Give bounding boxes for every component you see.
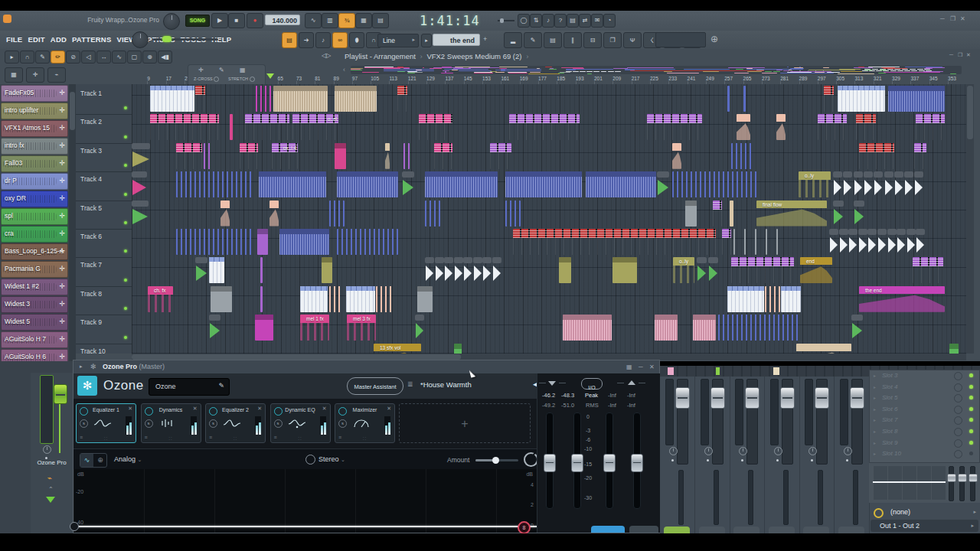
- slice-tool-icon[interactable]: ▦: [240, 67, 246, 73]
- clip[interactable]: [776, 114, 786, 140]
- topbar-swap-icon[interactable]: ⇄: [579, 14, 591, 28]
- menu-add[interactable]: ADD: [51, 35, 67, 44]
- sample-move-icon[interactable]: ✛: [59, 89, 65, 96]
- topbar-panel-icon[interactable]: ▤: [567, 14, 579, 28]
- clip[interactable]: [824, 86, 834, 112]
- clip[interactable]: [132, 171, 147, 197]
- eq-mode-dropdown[interactable]: Analog ⌄: [114, 455, 142, 463]
- sample-move-icon[interactable]: ✛: [59, 265, 65, 272]
- sample-move-icon[interactable]: ✛: [59, 247, 65, 255]
- clip[interactable]: [176, 143, 202, 169]
- sample-move-icon[interactable]: ✛: [59, 177, 65, 184]
- clip[interactable]: [300, 286, 328, 312]
- clip[interactable]: [240, 143, 258, 169]
- strip-fader-track[interactable]: [735, 379, 743, 445]
- sample-move-icon[interactable]: ✛: [59, 318, 65, 325]
- mixer-slot-row[interactable]: ▸Slot 4: [870, 382, 979, 393]
- clip[interactable]: [434, 143, 452, 169]
- clip[interactable]: [255, 315, 273, 341]
- clip[interactable]: [176, 229, 253, 255]
- sample-item[interactable]: Fall03✛: [1, 155, 68, 172]
- clip[interactable]: [417, 286, 433, 312]
- clip[interactable]: [765, 286, 780, 312]
- playlist-grid[interactable]: o..elox..l 4o..lyfinal flowo..lyendch. f…: [132, 84, 966, 354]
- stretch-toggle[interactable]: STRETCH: [228, 77, 255, 82]
- track-mute-led[interactable]: [124, 164, 127, 167]
- clip[interactable]: [329, 201, 345, 227]
- wave-view-icon[interactable]: ∿: [80, 454, 93, 467]
- plugin-wrapper-bar[interactable]: ▸ ✻ Ozone Pro (Master) ▦ ─ ✕: [74, 360, 659, 374]
- pltool-mute-tool-icon[interactable]: ◁: [81, 51, 96, 64]
- clip[interactable]: [397, 86, 407, 112]
- clip[interactable]: [335, 86, 377, 112]
- snap-selector[interactable]: Line ▸: [377, 34, 419, 47]
- clip[interactable]: [209, 257, 224, 283]
- secondary-knob[interactable]: [132, 31, 149, 48]
- clip[interactable]: [415, 315, 424, 341]
- clip-end[interactable]: end: [800, 257, 832, 283]
- strip-bottom-button[interactable]: [733, 527, 760, 533]
- song-mode-button[interactable]: SONG: [185, 15, 210, 27]
- module-solo-icon[interactable]: s: [80, 419, 88, 428]
- clip[interactable]: [337, 171, 398, 197]
- module-list-icon[interactable]: ≡: [274, 435, 277, 440]
- slot-knob[interactable]: [954, 394, 962, 403]
- clip[interactable]: [195, 86, 205, 112]
- clip[interactable]: [492, 257, 501, 283]
- clip[interactable]: [916, 229, 925, 255]
- clip-ox-l-4[interactable]: ox..l 4: [272, 143, 298, 169]
- clip[interactable]: [346, 286, 375, 312]
- transport-layout-icon[interactable]: ▤: [372, 13, 389, 28]
- mixer-slot-row[interactable]: ▸Slot 3: [870, 370, 979, 382]
- clip[interactable]: [856, 114, 876, 140]
- pltool-playback-tool-icon[interactable]: ◀▮: [158, 51, 172, 64]
- strip-fader-track[interactable]: [665, 379, 674, 445]
- menu-edit[interactable]: EDIT: [28, 35, 44, 44]
- eq-node-8[interactable]: 8: [518, 521, 531, 534]
- record-button[interactable]: ●: [247, 13, 263, 28]
- app-close-icon[interactable]: ✕: [960, 15, 965, 22]
- clip[interactable]: [718, 315, 799, 341]
- sample-item[interactable]: AGuitSolo H 7✛: [1, 331, 68, 348]
- route-down-icon[interactable]: [46, 497, 55, 503]
- clip[interactable]: [257, 229, 268, 255]
- clip[interactable]: [672, 143, 681, 169]
- clip[interactable]: [776, 229, 778, 255]
- clip[interactable]: [708, 257, 718, 283]
- play-button[interactable]: ▶: [211, 13, 228, 28]
- clip[interactable]: [209, 315, 220, 341]
- module-list-icon[interactable]: ≡: [209, 435, 212, 440]
- clip[interactable]: [897, 229, 906, 255]
- clip[interactable]: [176, 171, 253, 197]
- clip[interactable]: [132, 201, 149, 227]
- clip[interactable]: [833, 201, 844, 227]
- slot-knob[interactable]: [954, 383, 962, 392]
- track-header[interactable]: Track 2: [76, 114, 132, 143]
- sample-move-icon[interactable]: ✛: [59, 194, 65, 202]
- mixer-strip[interactable]: [660, 377, 695, 533]
- clip[interactable]: [730, 201, 733, 227]
- clip[interactable]: [425, 201, 440, 227]
- mixer-slot-row[interactable]: ▸Slot 5: [870, 393, 979, 404]
- sample-move-icon[interactable]: ✛: [59, 353, 65, 360]
- clip[interactable]: [490, 143, 511, 169]
- playlist-maximize-icon[interactable]: ❐: [958, 52, 962, 58]
- clip[interactable]: [612, 257, 637, 283]
- clip[interactable]: [685, 201, 697, 227]
- meter-tab-blue[interactable]: [591, 526, 625, 533]
- io-fader-handle[interactable]: [603, 454, 616, 472]
- strip-fader-handle[interactable]: [675, 387, 690, 409]
- preset-name-box[interactable]: Ozone ✎: [149, 378, 230, 396]
- clip[interactable]: [722, 229, 731, 255]
- clip[interactable]: [731, 143, 753, 169]
- strip-fader-handle[interactable]: [710, 387, 725, 409]
- clip[interactable]: [727, 286, 764, 312]
- slot-knob[interactable]: [954, 450, 962, 458]
- module-card-equalizer-1[interactable]: Equalizer 1✕s≡∷: [76, 403, 136, 443]
- clip[interactable]: [884, 171, 893, 197]
- clip[interactable]: [874, 171, 883, 197]
- strip-clock-icon[interactable]: [704, 447, 713, 455]
- clip[interactable]: [256, 86, 271, 112]
- clip[interactable]: [454, 344, 462, 354]
- clip[interactable]: [697, 257, 707, 283]
